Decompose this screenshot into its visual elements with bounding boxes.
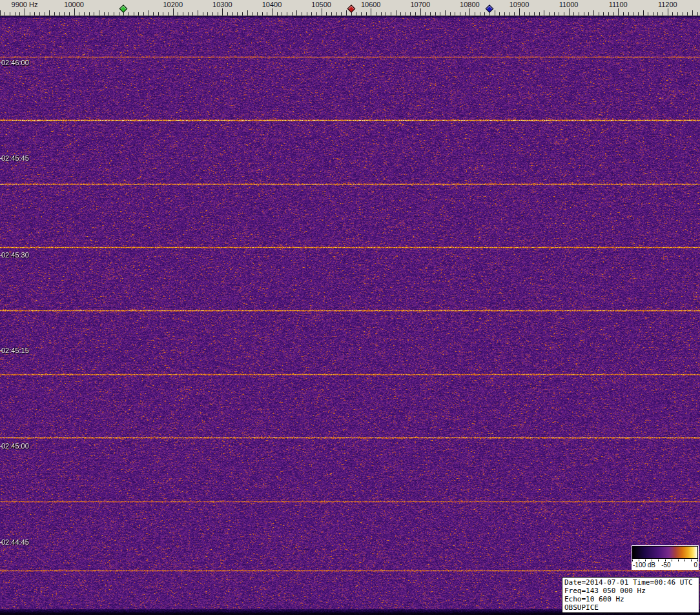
- ruler-tick: [203, 12, 203, 15]
- ruler-tick: [420, 8, 421, 15]
- ruler-tick: [326, 12, 327, 15]
- ruler-tick: [672, 12, 673, 15]
- ruler-tick: [39, 12, 40, 15]
- ruler-tick: [158, 12, 159, 15]
- green-frequency-marker-icon[interactable]: [119, 5, 128, 13]
- ruler-freq-label: 10800: [460, 1, 480, 8]
- ruler-freq-label: 11100: [609, 1, 628, 8]
- ruler-tick: [504, 12, 505, 15]
- ruler-tick: [599, 12, 599, 15]
- ruler-tick: [247, 10, 248, 15]
- ruler-tick: [54, 12, 55, 15]
- ruler-tick: [153, 12, 154, 15]
- ruler-tick: [237, 12, 238, 15]
- ruler-tick: [514, 12, 515, 15]
- red-frequency-marker-icon[interactable]: [347, 5, 355, 13]
- ruler-tick: [683, 12, 683, 15]
- ruler-tick: [252, 12, 252, 15]
- ruler-tick: [178, 12, 178, 15]
- ruler-tick: [588, 12, 589, 15]
- ruler-tick: [603, 12, 604, 15]
- ruler-tick: [257, 12, 258, 15]
- ruler-tick: [440, 12, 440, 15]
- ruler-tick: [628, 12, 629, 15]
- ruler-freq-label: 10200: [163, 1, 183, 8]
- ruler-tick: [242, 12, 243, 15]
- ruler-tick: [356, 12, 356, 15]
- ruler-tick: [480, 12, 480, 15]
- ruler-tick: [569, 8, 570, 15]
- time-label: 02:45:00: [1, 442, 29, 450]
- ruler-tick: [593, 10, 594, 15]
- ruler-tick: [331, 12, 332, 15]
- ruler-tick: [341, 12, 342, 15]
- ruler-tick: [519, 8, 520, 15]
- ruler-tick: [549, 12, 550, 15]
- ruler-tick: [336, 12, 337, 15]
- ruler-tick: [19, 12, 20, 15]
- ruler-tick: [99, 10, 99, 15]
- ruler-tick: [692, 10, 693, 15]
- ruler-tick: [559, 12, 559, 15]
- ruler-tick: [450, 12, 451, 15]
- info-freq-line: Freq=143 050 000 Hz: [564, 587, 697, 595]
- ruler-tick: [267, 12, 267, 15]
- ruler-tick: [25, 8, 25, 15]
- ruler-tick: [396, 10, 396, 15]
- ruler-tick: [613, 12, 614, 15]
- ruler-tick: [84, 12, 85, 15]
- time-label: 02:45:15: [1, 347, 29, 354]
- ruler-tick: [564, 12, 564, 15]
- ruler-tick: [544, 10, 544, 15]
- ruler-tick: [554, 12, 555, 15]
- ruler-tick: [455, 12, 455, 15]
- ruler-tick: [74, 8, 75, 15]
- ruler-freq-label: 9900 Hz: [12, 1, 38, 8]
- ruler-tick: [143, 12, 144, 15]
- ruler-tick: [366, 12, 367, 15]
- ruler-tick: [677, 12, 678, 15]
- time-label: 02:45:45: [1, 154, 29, 162]
- ruler-tick: [381, 12, 382, 15]
- ruler-tick: [119, 12, 119, 15]
- ruler-tick: [129, 12, 129, 15]
- ruler-tick: [94, 12, 94, 15]
- ruler-tick: [361, 12, 362, 15]
- ruler-tick: [49, 10, 50, 15]
- ruler-freq-label: 11000: [559, 1, 579, 8]
- ruler-tick: [668, 8, 668, 15]
- ruler-tick: [653, 12, 654, 15]
- spectrogram-canvas[interactable]: [0, 16, 700, 615]
- legend-mid-label: -50: [661, 561, 670, 569]
- ruler-freq-label: 10500: [311, 1, 331, 8]
- ruler-tick: [406, 12, 406, 15]
- blue-frequency-marker-icon[interactable]: [486, 5, 494, 13]
- ruler-tick: [499, 12, 500, 15]
- frequency-ruler: 9900 Hz100001020010300104001050010600107…: [0, 0, 700, 16]
- ruler-tick: [460, 12, 460, 15]
- ruler-freq-label: 10000: [64, 1, 84, 8]
- ruler-freq-label: 10300: [212, 1, 232, 8]
- time-label: 02:44:45: [1, 538, 29, 546]
- ruler-tick: [89, 12, 90, 15]
- ruler-tick: [643, 10, 644, 15]
- ruler-tick: [227, 12, 228, 15]
- ruler-tick: [69, 12, 70, 15]
- ruler-tick: [188, 12, 189, 15]
- ruler-tick: [425, 12, 426, 15]
- info-station-line: OBSUPICE: [564, 603, 697, 612]
- ruler-tick: [302, 12, 302, 15]
- ruler-freq-label: 11200: [658, 1, 677, 8]
- ruler-tick: [657, 12, 658, 15]
- ruler-tick: [371, 8, 371, 15]
- ruler-tick: [307, 12, 307, 15]
- ruler-freq-label: 10700: [411, 1, 431, 8]
- radio-spectrogram-app: 9900 Hz100001020010300104001050010600107…: [0, 0, 700, 615]
- ruler-tick: [149, 10, 149, 15]
- ruler-tick: [573, 12, 574, 15]
- ruler-tick: [45, 12, 45, 15]
- ruler-tick: [316, 12, 317, 15]
- ruler-tick: [30, 12, 30, 15]
- ruler-tick: [663, 12, 663, 15]
- ruler-tick: [608, 12, 609, 15]
